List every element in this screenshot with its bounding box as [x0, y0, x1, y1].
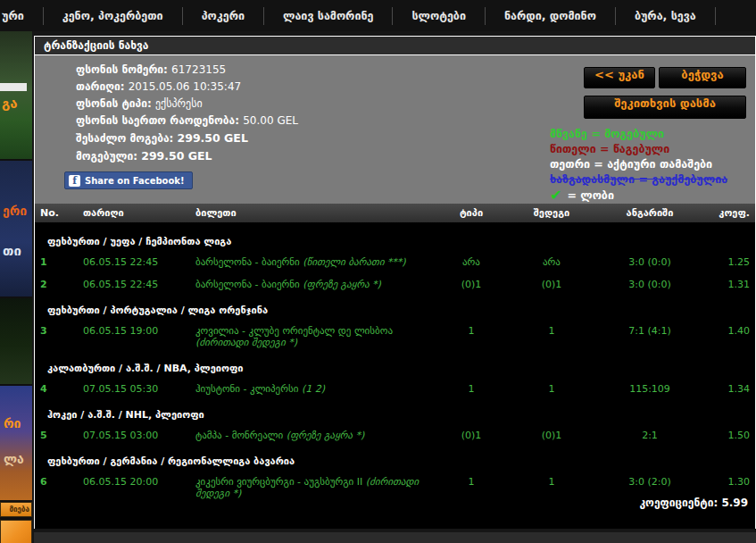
banner-race[interactable]: რი ლა	[0, 386, 32, 500]
cell-date: 07.05.15 05:30	[62, 383, 195, 395]
detail-line-1: თარიღი: 2015.05.06 10:35:47	[76, 79, 298, 96]
detail-value: 61723155	[171, 63, 226, 76]
cell-score: 3:0 (0:0)	[596, 256, 703, 268]
detail-value: 50.00 GEL	[243, 114, 298, 127]
banner-blue[interactable]: ერი თი	[0, 161, 32, 297]
banner-orange-strip[interactable]: მიება	[0, 502, 32, 517]
column-header-6: კოეფ.	[703, 207, 755, 219]
nav-item-4[interactable]: სლოტები	[393, 9, 485, 22]
total-coefficient: კოეფიციენტი: 5.99	[639, 497, 748, 509]
detail-line-3: ფსონის საერთო რაოდენობა: 50.00 GEL	[76, 113, 298, 129]
banner-blue-text-1: ერი	[3, 204, 27, 218]
legend-item-0: მწვანე = მოგებული	[550, 126, 727, 141]
ticket-match: კოვილია - კლუბე ორიენტალ დე ლისბოა	[195, 325, 393, 337]
detail-value: 2015.05.06 10:35:47	[129, 80, 241, 93]
ticket-note: (ფრეზე გაყრა *)	[303, 279, 381, 290]
banner-stadium-text: გა	[2, 96, 18, 112]
cell-coef: 1.34	[703, 383, 755, 395]
cell-date: 06.05.15 20:00	[62, 476, 195, 488]
detail-line-0: ფსონის ნომერი: 61723155	[76, 62, 298, 79]
banner-race-text-2: ლა	[4, 452, 24, 466]
table-body: ფეხბურთი / უეფა / ჩემპიონთა ლიგა106.05.1…	[35, 223, 755, 529]
legend-item-3: ხაზგადასმული = გაუქმებულია	[550, 171, 727, 187]
detail-label: თარიღი:	[76, 80, 129, 93]
column-header-0: No.	[35, 207, 62, 219]
footer-bar	[34, 532, 756, 543]
nav-item-3[interactable]: ლაივ სამორინე	[264, 9, 392, 22]
cell-ticket: ტამპა - მონრეალი (ფრეზე გაყრა *)	[195, 430, 436, 441]
cell-ticket: ბარსელონა - ბაიერნი (წითელი ბარათი ***)	[195, 256, 436, 268]
cell-type: (0)1	[436, 279, 507, 290]
table-row: 306.05.15 19:00კოვილია - კლუბე ორიენტალ …	[35, 320, 755, 354]
legend-item-1: წითელი = წაგებული	[550, 141, 727, 156]
nav-item-2[interactable]: პოკერი	[183, 9, 263, 22]
print-button[interactable]: ბეჭდვა	[659, 67, 746, 88]
cell-type: 1	[436, 383, 507, 395]
cell-ticket: ბარსელონა - ბაიერნი (ფრეზე გაყრა *)	[195, 279, 436, 290]
cell-no: 1	[35, 256, 62, 268]
top-nav: ურიკენო, პოკერბეთიპოკერილაივ სამორინესლო…	[0, 0, 756, 31]
detail-line-2: ფსონის ტიპი: ექსპრესი	[76, 96, 298, 113]
cell-result: 1	[507, 383, 596, 395]
detail-label: ფსონის ტიპი:	[76, 97, 155, 110]
cell-coef: 1.30	[703, 476, 755, 488]
group-header-2: კალათბურთი / ა.შ.შ. / NBA, პლეიოფი	[35, 354, 755, 378]
transaction-details: ფსონის ნომერი: 61723155თარიღი: 2015.05.0…	[76, 62, 298, 165]
banner-blue-text-2: თი	[3, 243, 21, 259]
transaction-info-section: ფსონის ნომერი: 61723155თარიღი: 2015.05.0…	[35, 55, 755, 204]
banner-stadium-bar	[0, 83, 27, 91]
detail-line-4: შესაძლო მოგება: 299.50 GEL	[76, 129, 298, 147]
cell-ticket: ჰიუსტონი - კლიპერსი (1 2)	[195, 383, 436, 395]
page: ურიკენო, პოკერბეთიპოკერილაივ სამორინესლო…	[0, 0, 756, 543]
back-button[interactable]: << უკან	[584, 67, 655, 88]
banner-stadium[interactable]: გა	[0, 31, 32, 159]
check-icon: ✔	[550, 187, 561, 204]
cell-no: 4	[35, 383, 62, 395]
table-row: 507.05.15 03:00ტამპა - მონრეალი (ფრეზე გ…	[35, 424, 755, 447]
cell-coef: 1.40	[703, 325, 755, 337]
left-banner-rail: გა ერი თი რი ლა მიება	[0, 31, 32, 543]
cell-type: 1	[436, 476, 507, 488]
group-header-1: ფეხბურთი / პორტუგალია / ლიგა ორენჯინა	[35, 296, 755, 320]
table-header-row: No.თარიღიბილეთიტიპიშედეგიანგარიშიკოეფ.	[35, 204, 755, 223]
cell-result: 1	[507, 325, 596, 337]
cell-date: 06.05.15 22:45	[62, 279, 195, 290]
banner-orange-1[interactable]	[0, 520, 32, 543]
banner-race-text-1: რი	[4, 416, 21, 430]
cell-score: 3:0 (2:0)	[596, 476, 703, 488]
column-header-3: ტიპი	[436, 207, 507, 219]
detail-value: 299.50 GEL	[141, 149, 212, 163]
cell-date: 06.05.15 19:00	[62, 325, 195, 337]
transaction-panel: ტრანზაქციის ნახვა ფსონის ნომერი: 6172315…	[34, 36, 756, 529]
ask-question-button[interactable]: შეკითხვის დასმა	[584, 96, 746, 119]
banner-dark-green[interactable]	[0, 298, 32, 384]
cell-type: არა	[436, 256, 507, 268]
cell-coef: 1.25	[703, 256, 755, 268]
cell-type: (0)1	[436, 430, 507, 441]
cell-no: 6	[35, 476, 62, 488]
ticket-match: ტამპა - მონრეალი	[195, 430, 287, 441]
nav-item-0[interactable]: ური	[0, 9, 43, 22]
detail-value: 299.50 GEL	[178, 131, 248, 145]
nav-item-1[interactable]: კენო, პოკერბეთი	[44, 9, 182, 22]
ticket-match: ბარსელონა - ბაიერნი	[195, 279, 303, 290]
nav-item-6[interactable]: ბურა, სევა	[616, 9, 715, 22]
nav-item-5[interactable]: ნარდი, დომინო	[486, 9, 615, 22]
cell-result: არა	[507, 256, 596, 268]
cell-no: 3	[35, 325, 62, 337]
cell-result: (0)1	[507, 430, 596, 441]
column-header-2: ბილეთი	[195, 207, 436, 219]
cell-score: 115:109	[596, 383, 703, 395]
detail-label: ფსონის ნომერი:	[76, 63, 171, 76]
cell-score: 7:1 (4:1)	[596, 325, 703, 337]
panel-title: ტრანზაქციის ნახვა	[35, 37, 755, 55]
cell-type: 1	[436, 325, 507, 337]
nav-separator	[715, 7, 716, 25]
column-header-4: შედეგი	[507, 207, 596, 219]
share-facebook-button[interactable]: f Share on Facebook!	[64, 171, 193, 189]
column-header-5: ანგარიში	[596, 207, 703, 219]
detail-value: ექსპრესი	[155, 97, 203, 110]
cell-ticket: კიკესრი ვიურცბურგი - აუგსბურგი II (ძირით…	[195, 476, 436, 499]
detail-label: მოგებული:	[76, 150, 141, 163]
ticket-note: (ფრეზე გაყრა *)	[287, 430, 365, 441]
